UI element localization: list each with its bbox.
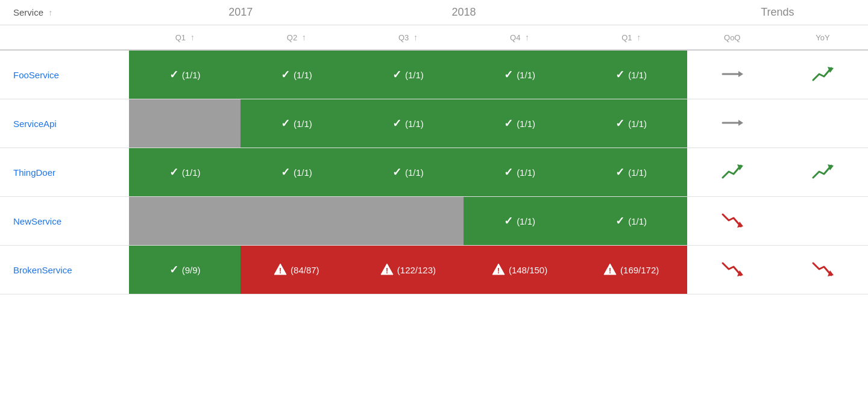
q2-sort-icon[interactable]: ↑ xyxy=(302,33,306,42)
service-name-cell[interactable]: ServiceApi xyxy=(0,99,129,148)
service-name-cell[interactable]: BrokenService xyxy=(0,246,129,294)
q1-2017-header: Q1 ↑ xyxy=(129,25,241,51)
main-table-container: Service ↑ 2017 2018 Trends Q1 ↑ xyxy=(0,0,868,294)
check-icon: ✓ xyxy=(392,68,401,81)
warn-triangle-svg: ! xyxy=(380,263,394,275)
check-icon: ✓ xyxy=(392,117,401,130)
status-cell-3-2 xyxy=(352,197,464,246)
check-icon: ✓ xyxy=(615,166,624,179)
status-div-0-3: ✓(1/1) xyxy=(464,51,575,99)
svg-marker-1 xyxy=(738,71,743,77)
warn-triangle-svg: ! xyxy=(603,263,617,275)
cell-value: (1/1) xyxy=(182,167,201,178)
status-cell-2-3: ✓(1/1) xyxy=(464,148,575,197)
status-div-2-0: ✓(1/1) xyxy=(129,148,241,196)
status-cell-2-2: ✓(1/1) xyxy=(352,148,464,197)
service-sort-icon[interactable]: ↑ xyxy=(48,8,52,17)
down-trend-icon xyxy=(812,261,834,278)
service-name-cell[interactable]: ThingDoer xyxy=(0,148,129,197)
status-div-4-3: ! (148/150) xyxy=(464,246,575,294)
up-trend-icon xyxy=(722,163,743,180)
svg-text:!: ! xyxy=(497,267,500,275)
year-2018-q1-header xyxy=(576,0,687,25)
q1-2018-header: Q1 ↑ xyxy=(576,25,687,51)
cell-value: (1/1) xyxy=(182,70,201,80)
yoy-trend-cell xyxy=(778,148,868,197)
warn-triangle-svg: ! xyxy=(274,263,287,275)
status-div-0-2: ✓(1/1) xyxy=(352,51,464,99)
q4-2017-header: Q4 ↑ xyxy=(464,25,575,51)
cell-value: (9/9) xyxy=(182,265,201,275)
warn-icon: ! xyxy=(492,263,505,277)
yoy-trend-cell xyxy=(778,50,868,99)
status-div-3-1 xyxy=(241,197,352,245)
qoq-header: QoQ xyxy=(687,25,778,51)
cell-value: (1/1) xyxy=(294,70,312,80)
cell-value: (1/1) xyxy=(628,119,647,129)
q2-2017-header: Q2 ↑ xyxy=(241,25,352,51)
down-trend-icon xyxy=(722,261,743,278)
warn-icon: ! xyxy=(380,263,394,277)
cell-value: (1/1) xyxy=(517,70,535,80)
q1-2018-sort-icon[interactable]: ↑ xyxy=(637,33,641,42)
status-cell-0-4: ✓(1/1) xyxy=(576,50,687,99)
service-header: Service ↑ xyxy=(0,0,129,25)
warn-icon: ! xyxy=(603,263,617,277)
table-row: BrokenService✓(9/9) ! (84/87) ! (122/123… xyxy=(0,246,868,294)
status-div-1-0 xyxy=(129,99,241,148)
cell-value: (84/87) xyxy=(291,265,319,275)
cell-value: (169/172) xyxy=(620,265,659,275)
service-table: Service ↑ 2017 2018 Trends Q1 ↑ xyxy=(0,0,868,294)
service-q-header xyxy=(0,25,129,51)
status-cell-3-1 xyxy=(241,197,352,246)
qoq-trend-cell xyxy=(687,246,778,294)
q1-sort-icon[interactable]: ↑ xyxy=(190,33,195,42)
check-icon: ✓ xyxy=(615,214,624,228)
year-header-row: Service ↑ 2017 2018 Trends xyxy=(0,0,868,25)
check-icon: ✓ xyxy=(281,68,290,81)
qoq-trend-cell xyxy=(687,99,778,148)
neutral-trend-icon xyxy=(722,68,743,80)
status-div-1-3: ✓(1/1) xyxy=(464,99,575,148)
status-cell-1-3: ✓(1/1) xyxy=(464,99,575,148)
trends-header: Trends xyxy=(687,0,868,25)
status-div-0-1: ✓(1/1) xyxy=(241,51,352,99)
q3-sort-icon[interactable]: ↑ xyxy=(414,33,418,42)
status-div-4-4: ! (169/172) xyxy=(576,246,687,294)
status-cell-0-1: ✓(1/1) xyxy=(241,50,352,99)
status-div-4-1: ! (84/87) xyxy=(241,246,352,294)
status-div-3-0 xyxy=(129,197,241,245)
cell-value: (1/1) xyxy=(294,119,312,129)
status-div-3-2 xyxy=(352,197,464,245)
year-2018-header: 2018 xyxy=(352,0,575,25)
status-cell-4-3: ! (148/150) xyxy=(464,246,575,294)
status-cell-2-4: ✓(1/1) xyxy=(576,148,687,197)
check-icon: ✓ xyxy=(504,117,513,130)
status-cell-2-1: ✓(1/1) xyxy=(241,148,352,197)
status-cell-3-3: ✓(1/1) xyxy=(464,197,575,246)
check-icon: ✓ xyxy=(392,166,401,179)
check-icon: ✓ xyxy=(504,68,513,81)
svg-marker-4 xyxy=(738,120,743,126)
check-icon: ✓ xyxy=(281,117,290,130)
cell-value: (1/1) xyxy=(517,119,535,129)
qoq-trend-cell xyxy=(687,197,778,246)
check-icon: ✓ xyxy=(504,166,513,179)
cell-value: (1/1) xyxy=(405,167,424,178)
up-trend-icon xyxy=(812,163,834,180)
service-name-cell[interactable]: FooService xyxy=(0,50,129,99)
check-icon: ✓ xyxy=(504,214,513,228)
status-div-1-1: ✓(1/1) xyxy=(241,99,352,148)
service-name-cell[interactable]: NewService xyxy=(0,197,129,246)
status-div-1-2: ✓(1/1) xyxy=(352,99,464,148)
cell-value: (1/1) xyxy=(517,216,535,226)
check-icon: ✓ xyxy=(169,166,178,179)
cell-value: (1/1) xyxy=(628,70,647,80)
status-cell-4-4: ! (169/172) xyxy=(576,246,687,294)
status-cell-1-2: ✓(1/1) xyxy=(352,99,464,148)
q4-sort-icon[interactable]: ↑ xyxy=(525,33,529,42)
status-cell-1-1: ✓(1/1) xyxy=(241,99,352,148)
status-cell-0-0: ✓(1/1) xyxy=(129,50,241,99)
status-div-1-4: ✓(1/1) xyxy=(576,99,687,148)
year-2017-header: 2017 xyxy=(129,0,352,25)
